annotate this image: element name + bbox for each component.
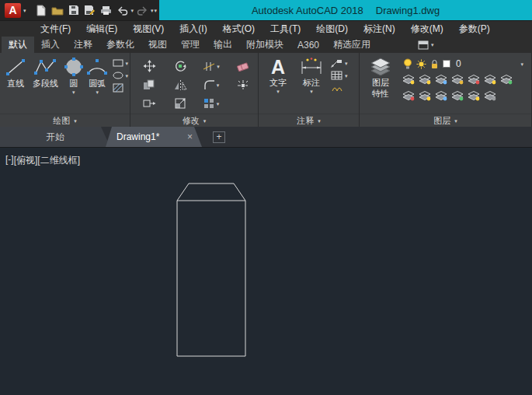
text-split-chevron-icon[interactable]: ▾ xyxy=(276,89,280,94)
menu-tools[interactable]: 工具(T) xyxy=(263,21,308,37)
layer-freeze-tool[interactable] xyxy=(435,74,447,88)
layers-panel-footer[interactable]: 图层 ▾ xyxy=(360,114,531,127)
scale-tool[interactable] xyxy=(175,98,186,109)
circle-tool[interactable]: 圆 ▾ xyxy=(62,55,85,114)
layer-isolate-tool[interactable] xyxy=(419,74,431,88)
arc-tool[interactable]: 圆弧 ▾ xyxy=(85,55,110,114)
menu-edit[interactable]: 编辑(E) xyxy=(78,21,125,37)
move-tool[interactable] xyxy=(143,60,156,72)
draw-panel-footer[interactable]: 绘图 ▾ xyxy=(0,114,130,127)
rotate-tool[interactable] xyxy=(174,60,186,72)
layer-lock-tool[interactable] xyxy=(451,74,464,88)
ribbon-display-toggle[interactable]: ▾ xyxy=(413,37,439,53)
ribbon-tab-featured-apps[interactable]: 精选应用 xyxy=(326,37,377,53)
markup-tool[interactable] xyxy=(331,83,348,93)
ribbon-tab-view[interactable]: 视图 xyxy=(141,37,174,53)
menu-format[interactable]: 格式(O) xyxy=(215,21,263,37)
drawing-canvas[interactable]: [-] [俯视] [二维线框] xyxy=(0,148,532,395)
chevron-down-icon: ▾ xyxy=(454,118,457,124)
table-tool[interactable]: ▾ xyxy=(331,71,348,80)
ribbon-tab-manage[interactable]: 管理 xyxy=(174,37,207,53)
line-tool[interactable]: 直线 xyxy=(3,55,28,114)
ellipse-tool[interactable]: ▾ xyxy=(113,71,129,80)
chevron-down-icon[interactable]: ▾ xyxy=(126,73,129,79)
app-menu-button[interactable]: A ▾ xyxy=(0,0,31,20)
layer-unlock-tool[interactable] xyxy=(468,74,480,88)
open-button[interactable] xyxy=(50,2,65,18)
ribbon-tab-insert[interactable]: 插入 xyxy=(34,37,67,53)
layer-dropdown-chevron-icon[interactable]: ▾ xyxy=(520,61,523,67)
layer-off-tool[interactable] xyxy=(402,74,415,88)
erase-tool[interactable] xyxy=(236,61,249,72)
chevron-down-icon[interactable]: ▾ xyxy=(345,61,348,66)
undo-menu-chevron-icon[interactable]: ▾ xyxy=(131,8,134,13)
dimension-split-chevron-icon[interactable]: ▾ xyxy=(310,89,313,94)
layer-walk-tool[interactable] xyxy=(402,90,415,104)
trim-tool[interactable]: ▾ xyxy=(203,61,220,72)
rectangle-tool[interactable]: ▾ xyxy=(113,58,129,68)
new-drawing-tab-button[interactable]: + xyxy=(213,131,225,143)
menu-draw[interactable]: 绘图(D) xyxy=(308,21,356,37)
stretch-tool[interactable] xyxy=(143,98,156,109)
layer-delete-tool[interactable] xyxy=(451,90,464,104)
layer-previous-icon xyxy=(419,90,431,101)
modify-panel-footer[interactable]: 修改 ▾ xyxy=(130,114,258,127)
tab-drawing1[interactable]: Drawing1* × xyxy=(106,127,202,147)
ribbon-tab-addins[interactable]: 附加模块 xyxy=(239,37,290,53)
ribbon-tab-home[interactable]: 默认 xyxy=(2,37,34,53)
menu-modify[interactable]: 修改(M) xyxy=(403,21,451,37)
layer-dropdown[interactable]: 0 ▾ xyxy=(402,56,528,72)
menu-file[interactable]: 文件(F) xyxy=(33,21,78,37)
plot-button[interactable] xyxy=(99,2,114,18)
layer-previous-tool[interactable] xyxy=(419,90,431,104)
layer-copy-objects-tool[interactable] xyxy=(468,90,480,104)
copy-icon xyxy=(143,79,155,90)
layer-match-tool[interactable] xyxy=(500,74,513,88)
new-button[interactable] xyxy=(33,2,49,18)
chevron-down-icon[interactable]: ▾ xyxy=(217,64,220,69)
chevron-down-icon[interactable]: ▾ xyxy=(126,61,129,66)
close-icon[interactable]: × xyxy=(186,132,194,142)
annotation-panel-footer[interactable]: 注释 ▾ xyxy=(259,114,359,127)
ribbon-tab-a360[interactable]: A360 xyxy=(290,37,326,53)
qat-customize-chevron-icon[interactable]: ▾ xyxy=(155,8,158,13)
layer-on-tool[interactable] xyxy=(484,74,496,88)
ribbon-tab-output[interactable]: 输出 xyxy=(207,37,239,53)
save-button[interactable] xyxy=(66,2,82,18)
explode-tool[interactable] xyxy=(237,79,249,90)
menu-view[interactable]: 视图(V) xyxy=(125,21,172,37)
save-as-button[interactable] xyxy=(82,2,98,18)
circle-split-chevron-icon[interactable]: ▾ xyxy=(72,89,75,95)
autocad-window: A ▾ ▾ ▾ xyxy=(0,0,532,395)
layer-state-tool[interactable] xyxy=(484,90,496,104)
ribbon-tab-parametric[interactable]: 参数化 xyxy=(99,37,141,53)
fillet-tool[interactable]: ▾ xyxy=(203,79,220,90)
erase-icon xyxy=(236,61,249,72)
redo-button[interactable] xyxy=(134,2,150,18)
menu-parametric[interactable]: 参数(P) xyxy=(451,21,498,37)
leader-tool[interactable]: ▾ xyxy=(331,58,348,68)
ribbon-tab-annotate[interactable]: 注释 xyxy=(67,37,99,53)
redo-menu-chevron-icon[interactable]: ▾ xyxy=(151,8,154,13)
menu-dimension[interactable]: 标注(N) xyxy=(356,21,403,37)
array-tool[interactable]: ▾ xyxy=(203,98,220,109)
ellipse-icon xyxy=(113,71,123,80)
rotate-icon xyxy=(174,60,186,72)
tab-start[interactable]: 开始 xyxy=(0,127,110,147)
menu-insert[interactable]: 插入(I) xyxy=(172,21,214,37)
text-tool[interactable]: A 文字 ▾ xyxy=(262,55,294,114)
layer-properties-tool[interactable]: 图层 特性 xyxy=(363,55,398,114)
chevron-down-icon[interactable]: ▾ xyxy=(217,101,220,107)
hatch-tool[interactable] xyxy=(113,83,129,93)
copy-tool[interactable] xyxy=(143,79,155,90)
undo-button[interactable] xyxy=(115,2,130,18)
annotation-extra-tools: ▾ ▾ xyxy=(329,55,348,114)
chevron-down-icon[interactable]: ▾ xyxy=(217,82,220,88)
chevron-down-icon[interactable]: ▾ xyxy=(345,73,348,79)
layer-properties-label-line2: 特性 xyxy=(372,89,389,99)
arc-split-chevron-icon[interactable]: ▾ xyxy=(96,89,99,95)
mirror-tool[interactable] xyxy=(174,79,187,91)
dimension-tool[interactable]: 标注 ▾ xyxy=(294,55,329,114)
polyline-tool[interactable]: 多段线 xyxy=(28,55,62,114)
layer-merge-tool[interactable] xyxy=(435,90,447,104)
